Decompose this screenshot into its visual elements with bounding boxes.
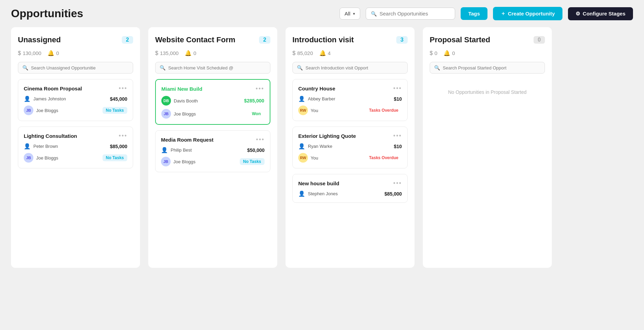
column-search: 🔍: [18, 62, 133, 74]
notification-stat: 🔔 0: [443, 50, 455, 56]
column-amount: 130,000: [23, 50, 41, 56]
filter-label: All: [345, 11, 351, 16]
search-icon: 🔍: [371, 11, 377, 16]
card-badge: No Tasks: [103, 107, 127, 114]
card-header: Country House •••: [298, 85, 402, 92]
person-icon: 👤: [161, 147, 168, 153]
card-title: Media Room Request: [161, 137, 214, 143]
card-country-house: Country House ••• 👤 Abbey Barber $10 RW …: [292, 79, 408, 121]
amount-stat: $ 135,000: [155, 50, 179, 56]
card-menu-dots[interactable]: •••: [119, 132, 127, 140]
column-notifications: 0: [452, 50, 455, 56]
card-row-person2: JB Joe Bloggs No Tasks: [24, 106, 127, 115]
card-title: Cinema Room Proposal: [24, 86, 82, 91]
gear-icon: ⚙: [576, 11, 580, 17]
person-icon: 👤: [298, 190, 305, 197]
card-menu-dots[interactable]: •••: [256, 136, 265, 143]
column-search-input[interactable]: [168, 65, 266, 70]
card-miami: Miami New Build ••• DB Davis Booth $285,…: [155, 79, 270, 125]
bell-icon: 🔔: [319, 50, 326, 56]
card-person1: 👤 Philip Best: [161, 147, 192, 153]
card-person2: RW You: [298, 106, 318, 115]
person1-name: Peter Brown: [33, 144, 58, 149]
card-person1: 👤 Stephen Jones: [298, 190, 338, 197]
card-header: Media Room Request •••: [161, 136, 265, 143]
column-stats: $ 85,020 🔔 4: [292, 50, 408, 56]
card-amount: $285,000: [244, 98, 264, 103]
card-header: Exterior Lighting Quote •••: [298, 132, 402, 140]
dollar-icon: $: [155, 50, 158, 56]
card-row-person1: 👤 James Johnston $45,000: [24, 96, 127, 102]
column-notifications: 4: [328, 50, 331, 56]
card-amount: $10: [394, 96, 402, 102]
card-menu-dots[interactable]: •••: [393, 132, 402, 140]
column-search-input[interactable]: [305, 65, 403, 70]
card-row-person1: 👤 Philip Best $50,000: [161, 147, 265, 153]
person1-name: Philip Best: [171, 147, 192, 153]
column-header: Unassigned 2: [18, 35, 133, 44]
card-menu-dots[interactable]: •••: [393, 85, 402, 92]
card-new-house-build: New house build ••• 👤 Stephen Jones $85,…: [292, 174, 408, 203]
column-amount: 135,000: [160, 50, 179, 56]
card-person1: 👤 Peter Brown: [24, 143, 58, 150]
person1-name: James Johnston: [33, 96, 66, 101]
tags-button[interactable]: Tags: [461, 7, 487, 20]
global-search-bar: 🔍: [366, 8, 455, 20]
search-icon: 🔍: [160, 65, 165, 70]
search-icon: 🔍: [434, 65, 440, 70]
card-title: New house build: [298, 180, 339, 186]
card-header: Miami New Build •••: [161, 85, 264, 92]
column-header: Proposal Started 0: [430, 35, 545, 44]
person2-avatar: RW: [298, 106, 308, 115]
card-row-person2: RW You Tasks Overdue: [298, 106, 402, 115]
column-stats: $ 130,000 🔔 0: [18, 50, 133, 56]
card-badge: Won: [248, 110, 264, 117]
create-opportunity-button[interactable]: ＋ Create Opportunity: [493, 7, 562, 20]
kanban-board: Unassigned 2 $ 130,000 🔔 0 🔍 Cinema Room…: [0, 27, 644, 279]
column-count: 2: [259, 36, 270, 44]
card-amount: $85,000: [384, 191, 402, 197]
search-icon: 🔍: [22, 65, 28, 70]
card-person1: 👤 James Johnston: [24, 96, 66, 102]
top-bar: Opportunities All ▾ 🔍 Tags ＋ Create Oppo…: [0, 0, 644, 27]
page-title: Opportunities: [11, 7, 83, 20]
card-menu-dots[interactable]: •••: [256, 85, 264, 92]
notification-stat: 🔔 4: [319, 50, 331, 56]
amount-stat: $ 85,020: [292, 50, 313, 56]
card-lighting: Lighting Consultation ••• 👤 Peter Brown …: [18, 126, 133, 168]
card-amount: $10: [394, 144, 402, 149]
amount-stat: $ 0: [430, 50, 437, 56]
person2-name: Joe Bloggs: [174, 111, 196, 117]
card-menu-dots[interactable]: •••: [119, 85, 127, 92]
notification-stat: 🔔 0: [185, 50, 196, 56]
card-title: Exterior Lighting Quote: [298, 133, 356, 139]
card-cinema: Cinema Room Proposal ••• 👤 James Johnsto…: [18, 79, 133, 121]
filter-dropdown[interactable]: All ▾: [340, 8, 361, 20]
person2-name: Joe Bloggs: [173, 159, 195, 164]
card-media-room: Media Room Request ••• 👤 Philip Best $50…: [155, 130, 270, 172]
card-row-person1: 👤 Ryan Warke $10: [298, 143, 402, 150]
person1-name: Stephen Jones: [308, 191, 338, 196]
card-person2: JB Joe Bloggs: [161, 109, 196, 119]
person1-name: Davis Booth: [174, 98, 198, 103]
column-header: Introduction visit 3: [292, 35, 408, 44]
column-title: Unassigned: [18, 35, 61, 44]
card-title: Lighting Consultation: [24, 133, 77, 139]
column-search-input[interactable]: [443, 65, 540, 70]
person2-name: You: [311, 108, 318, 113]
card-menu-dots[interactable]: •••: [393, 180, 402, 187]
global-search-input[interactable]: [379, 11, 450, 16]
column-search-input[interactable]: [31, 65, 129, 70]
column-introduction-visit: Introduction visit 3 $ 85,020 🔔 4 🔍 Coun…: [286, 27, 415, 268]
card-header: Lighting Consultation •••: [24, 132, 127, 140]
card-row-person1: 👤 Peter Brown $85,000: [24, 143, 127, 150]
card-person1: DB Davis Booth: [161, 96, 198, 106]
person-icon: 👤: [298, 96, 305, 102]
person2-avatar: JB: [161, 157, 171, 166]
column-title: Website Contact Form: [155, 35, 235, 44]
person2-avatar: JB: [161, 109, 171, 119]
column-notifications: 0: [193, 50, 196, 56]
person-avatar: DB: [161, 96, 171, 106]
card-row-person1: 👤 Stephen Jones $85,000: [298, 190, 402, 197]
configure-stages-button[interactable]: ⚙ Configure Stages: [568, 7, 633, 20]
